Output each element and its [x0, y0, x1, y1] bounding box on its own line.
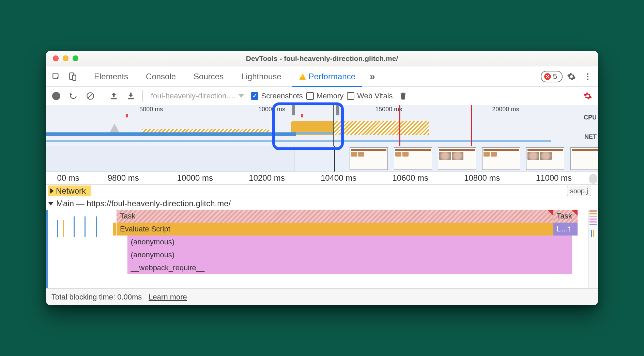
learn-more-link[interactable]: Learn more: [149, 293, 187, 302]
checkbox-label: Memory: [317, 92, 343, 100]
ruler-tick: 10000 ms: [177, 173, 213, 183]
chevron-down-icon: [239, 94, 244, 98]
tab-lighthouse[interactable]: Lighthouse: [233, 66, 289, 87]
cpu-lane: [46, 114, 578, 136]
screenshot-filmstrip[interactable]: [46, 146, 598, 172]
flame-anonymous[interactable]: (anonymous): [127, 236, 572, 248]
flame-chart[interactable]: Task Task Evaluate Script L…t (anonymous…: [46, 210, 598, 288]
more-tabs-button[interactable]: »: [365, 69, 380, 84]
clear-button[interactable]: [83, 89, 97, 103]
profile-dropdown[interactable]: foul-heavenly-direction.…: [148, 90, 247, 102]
tab-performance[interactable]: Performance: [291, 66, 364, 87]
network-track-header[interactable]: Network: [46, 185, 598, 197]
reload-record-button[interactable]: [66, 89, 80, 103]
overview-tick: 5000 ms: [139, 106, 163, 113]
network-track: Network soop.j: [46, 185, 598, 197]
ruler-tick: 10800 ms: [464, 173, 500, 183]
overview-timeline[interactable]: 5000 ms 10000 ms 15000 ms 20000 ms CPU N…: [46, 105, 598, 146]
flame-task[interactable]: Task: [553, 210, 578, 223]
titlebar: DevTools - foul-heavenly-direction.glitc…: [46, 51, 598, 66]
detail-ruler[interactable]: 00 ms 9800 ms 10000 ms 10200 ms 10400 ms…: [46, 172, 598, 185]
ruler-tick: 9800 ms: [108, 173, 139, 183]
settings-icon[interactable]: [564, 69, 579, 84]
network-label: Network: [56, 186, 86, 196]
divider: [83, 71, 83, 82]
ruler-tick: 10200 ms: [249, 173, 285, 183]
error-count: 5: [553, 72, 557, 81]
checkbox-icon: [347, 92, 354, 100]
network-resource-chip[interactable]: soop.j: [567, 186, 591, 196]
overview-tick: 15000 ms: [375, 106, 402, 113]
divider: [142, 90, 143, 102]
screenshots-checkbox[interactable]: Screenshots: [251, 92, 303, 100]
checkbox-label: Screenshots: [261, 92, 303, 100]
save-profile-icon[interactable]: [124, 89, 138, 103]
main-track-label: Main — https://foul-heavenly-direction.g…: [56, 199, 231, 208]
flame-webpack-require[interactable]: __webpack_require__: [127, 261, 572, 274]
kebab-menu-icon[interactable]: [580, 69, 595, 84]
main-track-header[interactable]: Main — https://foul-heavenly-direction.g…: [46, 197, 598, 210]
total-blocking-time: Total blocking time: 0.00ms: [51, 293, 142, 302]
overview-lane-labels: CPU NET: [584, 114, 597, 141]
playhead[interactable]: [333, 105, 334, 146]
cpu-label: CPU: [584, 114, 597, 121]
error-count-pill[interactable]: ✕ 5: [541, 71, 563, 82]
svg-rect-8: [111, 98, 117, 99]
checkbox-icon: [251, 92, 258, 100]
expand-arrow-icon: [50, 188, 54, 194]
tab-sources[interactable]: Sources: [185, 66, 232, 87]
record-button[interactable]: [49, 89, 63, 103]
panel-tabstrip: Elements Console Sources Lighthouse Perf…: [46, 66, 598, 87]
inspect-element-icon[interactable]: [49, 69, 64, 84]
marker-line: [399, 105, 400, 146]
devtools-window: DevTools - foul-heavenly-direction.glitc…: [46, 51, 598, 305]
svg-rect-2: [73, 75, 76, 80]
divider: [102, 90, 102, 102]
flame-layout[interactable]: L…t: [553, 223, 578, 236]
tab-label: Performance: [309, 72, 355, 81]
svg-point-5: [587, 76, 588, 77]
svg-point-6: [587, 78, 588, 80]
device-toolbar-icon[interactable]: [65, 69, 80, 84]
window-title: DevTools - foul-heavenly-direction.glitc…: [46, 54, 598, 63]
checkbox-icon: [306, 92, 314, 100]
memory-checkbox[interactable]: Memory: [306, 92, 343, 100]
dropdown-label: foul-heavenly-direction.…: [151, 92, 236, 100]
svg-rect-9: [128, 98, 134, 99]
scrollbar-thumb[interactable]: [589, 174, 597, 184]
main-track: Main — https://foul-heavenly-direction.g…: [46, 197, 598, 288]
net-lane: [46, 140, 578, 144]
warning-icon: [299, 74, 306, 80]
summary-footer: Total blocking time: 0.00ms Learn more: [46, 288, 598, 305]
tab-console[interactable]: Console: [138, 66, 184, 87]
ruler-tick: 11000 ms: [536, 173, 572, 183]
error-icon: ✕: [544, 73, 551, 80]
load-profile-icon[interactable]: [107, 89, 121, 103]
performance-toolbar: foul-heavenly-direction.… Screenshots Me…: [46, 87, 598, 105]
checkbox-label: Web Vitals: [357, 92, 393, 100]
flame-task[interactable]: Task: [117, 210, 553, 223]
ruler-tick: 00 ms: [57, 173, 79, 183]
tab-elements[interactable]: Elements: [86, 66, 136, 87]
capture-settings-icon[interactable]: [581, 89, 595, 103]
collapse-arrow-icon: [48, 202, 53, 206]
flame-minimap[interactable]: [588, 210, 597, 288]
flame-anonymous[interactable]: (anonymous): [127, 248, 572, 261]
marker-line: [471, 105, 472, 146]
net-label: NET: [584, 133, 597, 141]
overview-tick: 20000 ms: [492, 106, 519, 113]
webvitals-checkbox[interactable]: Web Vitals: [347, 92, 393, 100]
svg-point-4: [587, 73, 588, 75]
overview-tick: 10000 ms: [258, 106, 285, 113]
ruler-tick: 10400 ms: [321, 173, 356, 183]
flame-evaluate-script[interactable]: Evaluate Script: [117, 223, 553, 236]
garbage-collect-icon[interactable]: [396, 89, 410, 103]
overview-ticks: 5000 ms 10000 ms 15000 ms 20000 ms: [46, 106, 578, 113]
ruler-tick: 10600 ms: [392, 173, 428, 183]
